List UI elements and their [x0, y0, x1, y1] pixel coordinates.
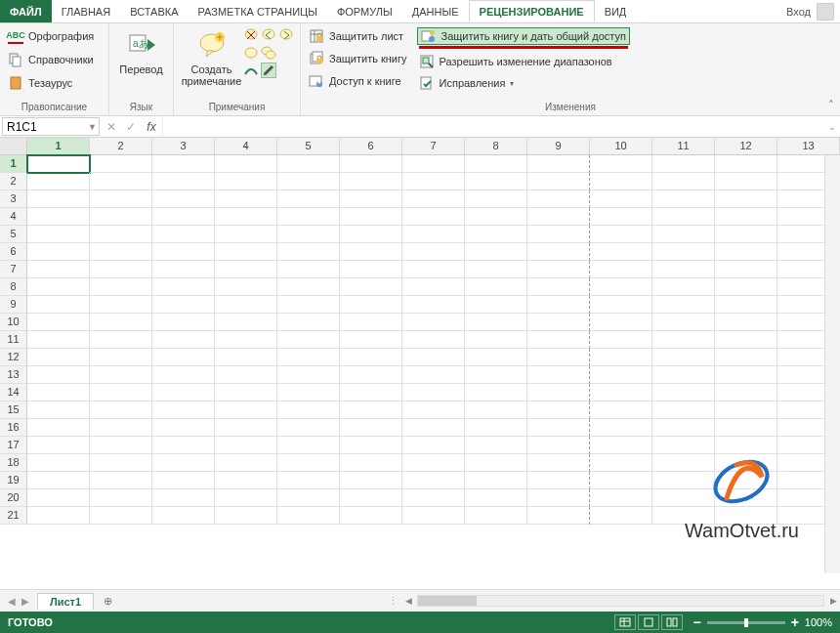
add-sheet-button[interactable]: ⊕: [94, 595, 122, 608]
row-header[interactable]: 1: [0, 155, 27, 173]
ink-button[interactable]: [261, 63, 276, 78]
tab-file[interactable]: ФАЙЛ: [0, 0, 52, 22]
cell[interactable]: [527, 366, 590, 384]
row-header[interactable]: 5: [0, 226, 27, 243]
protect-sheet-button[interactable]: Защитить лист: [307, 27, 409, 45]
tab-formulas[interactable]: ФОРМУЛЫ: [327, 0, 402, 22]
row-header[interactable]: 18: [0, 454, 27, 472]
cell[interactable]: [340, 190, 402, 208]
cell[interactable]: [652, 155, 715, 173]
translate-button[interactable]: aあ Перевод: [115, 27, 167, 75]
cell[interactable]: [402, 208, 465, 226]
vertical-scrollbar[interactable]: [824, 155, 840, 573]
cell[interactable]: [590, 278, 652, 296]
cell[interactable]: [277, 173, 340, 190]
cell[interactable]: [527, 173, 590, 190]
cell[interactable]: [715, 278, 777, 296]
cell[interactable]: [215, 489, 277, 507]
cell[interactable]: [277, 331, 340, 349]
cell[interactable]: [527, 419, 590, 437]
cell[interactable]: [152, 472, 215, 489]
view-normal-button[interactable]: [614, 614, 636, 630]
cell[interactable]: [27, 208, 90, 226]
cell[interactable]: [90, 454, 152, 472]
cell[interactable]: [215, 208, 277, 226]
cell[interactable]: [465, 331, 527, 349]
accept-formula-icon[interactable]: ✓: [121, 116, 141, 137]
cell[interactable]: [152, 454, 215, 472]
cell[interactable]: [465, 437, 527, 454]
cell[interactable]: [652, 261, 715, 278]
column-header[interactable]: 10: [590, 138, 652, 154]
cell[interactable]: [465, 454, 527, 472]
cell[interactable]: [27, 261, 90, 278]
column-header[interactable]: 9: [527, 138, 590, 154]
cell[interactable]: [90, 331, 152, 349]
cell[interactable]: [402, 401, 465, 419]
cell[interactable]: [715, 173, 777, 190]
cell[interactable]: [340, 155, 402, 173]
cell[interactable]: [402, 472, 465, 489]
cell[interactable]: [27, 472, 90, 489]
cell[interactable]: [27, 349, 90, 366]
row-header[interactable]: 20: [0, 489, 27, 507]
cell[interactable]: [152, 173, 215, 190]
cell[interactable]: [715, 507, 777, 525]
row-header[interactable]: 21: [0, 507, 27, 525]
cell[interactable]: [590, 173, 652, 190]
row-header[interactable]: 14: [0, 384, 27, 401]
row-header[interactable]: 9: [0, 296, 27, 314]
zoom-out-button[interactable]: −: [693, 614, 700, 630]
cell[interactable]: [652, 349, 715, 366]
cell[interactable]: [215, 243, 277, 261]
cell[interactable]: [90, 226, 152, 243]
cell[interactable]: [652, 208, 715, 226]
protect-workbook-button[interactable]: Защитить книгу: [307, 50, 409, 67]
cell[interactable]: [465, 296, 527, 314]
namebox-dropdown-icon[interactable]: ▼: [88, 122, 97, 132]
cell[interactable]: [27, 419, 90, 437]
cell[interactable]: [465, 173, 527, 190]
cell[interactable]: [277, 261, 340, 278]
cell[interactable]: [590, 489, 652, 507]
cell[interactable]: [340, 366, 402, 384]
cell[interactable]: [590, 419, 652, 437]
row-header[interactable]: 17: [0, 437, 27, 454]
cell[interactable]: [90, 507, 152, 525]
cell[interactable]: [90, 261, 152, 278]
cell[interactable]: [715, 454, 777, 472]
spelling-button[interactable]: ABC Орфография: [6, 27, 96, 45]
cell[interactable]: [715, 489, 777, 507]
cell[interactable]: [340, 208, 402, 226]
cell[interactable]: [715, 314, 777, 331]
cell[interactable]: [590, 331, 652, 349]
cell[interactable]: [27, 384, 90, 401]
row-header[interactable]: 15: [0, 401, 27, 419]
cell[interactable]: [90, 155, 152, 173]
cell[interactable]: [27, 296, 90, 314]
row-header[interactable]: 6: [0, 243, 27, 261]
signin-link[interactable]: Вход: [786, 6, 811, 18]
zoom-in-button[interactable]: +: [791, 614, 799, 630]
avatar[interactable]: [817, 3, 834, 21]
cell[interactable]: [152, 155, 215, 173]
cell[interactable]: [277, 208, 340, 226]
cell[interactable]: [402, 454, 465, 472]
column-header[interactable]: 1: [27, 138, 90, 154]
allow-edit-ranges-button[interactable]: Разрешить изменение диапазонов: [417, 53, 630, 70]
cell[interactable]: [590, 208, 652, 226]
cell[interactable]: [90, 419, 152, 437]
show-hide-comment-icon[interactable]: [243, 45, 259, 61]
hscroll-left-icon[interactable]: ◀: [401, 596, 415, 606]
name-box[interactable]: R1C1 ▼: [2, 117, 100, 136]
cell[interactable]: [340, 296, 402, 314]
cell[interactable]: [652, 472, 715, 489]
tab-home[interactable]: ГЛАВНАЯ: [52, 0, 120, 22]
cell[interactable]: [27, 331, 90, 349]
cell[interactable]: [27, 190, 90, 208]
cell[interactable]: [527, 296, 590, 314]
cell[interactable]: [215, 155, 277, 173]
cell[interactable]: [715, 155, 777, 173]
zoom-level[interactable]: 100%: [805, 616, 832, 628]
row-header[interactable]: 4: [0, 208, 27, 226]
